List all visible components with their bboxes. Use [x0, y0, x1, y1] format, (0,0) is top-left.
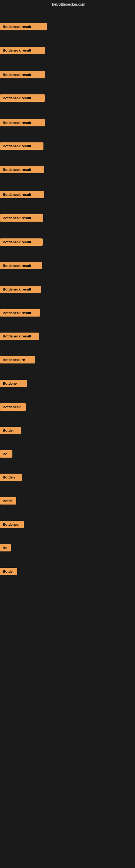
bottleneck-badge-container-23: Bo [0, 544, 11, 553]
bottleneck-badge-19[interactable]: Bo [0, 450, 12, 458]
bottleneck-badge-container-13: Bottleneck result [0, 309, 40, 318]
bottleneck-badge-14[interactable]: Bottleneck result [0, 333, 39, 340]
bottleneck-badge-1[interactable]: Bottleneck result [0, 23, 47, 30]
bottleneck-badge-2[interactable]: Bottleneck result [0, 46, 45, 54]
bottleneck-badge-9[interactable]: Bottleneck result [0, 214, 43, 222]
bottleneck-badge-16[interactable]: Bottlene [0, 380, 27, 387]
bottleneck-badge-5[interactable]: Bottleneck result [0, 119, 45, 126]
bottleneck-badge-7[interactable]: Bottleneck result [0, 166, 44, 173]
bottleneck-badge-container-6: Bottleneck result [0, 143, 43, 151]
bottleneck-badge-18[interactable]: Bottler [0, 427, 21, 434]
bottleneck-badge-15[interactable]: Bottleneck re [0, 356, 35, 364]
bottleneck-badge-container-20: Bottlen [0, 474, 22, 482]
bottleneck-badge-3[interactable]: Bottleneck result [0, 71, 45, 79]
bottleneck-badge-10[interactable]: Bottleneck result [0, 239, 43, 246]
bottleneck-badge-22[interactable]: Bottlenec [0, 521, 24, 528]
bottleneck-badge-container-2: Bottleneck result [0, 46, 45, 55]
bottleneck-badge-11[interactable]: Bottleneck result [0, 262, 42, 269]
bottleneck-badge-container-19: Bo [0, 450, 12, 459]
bottleneck-badge-container-9: Bottleneck result [0, 214, 43, 223]
bottleneck-badge-container-21: Bottle [0, 497, 16, 506]
bottleneck-badge-container-11: Bottleneck result [0, 262, 42, 271]
bottleneck-badge-container-22: Bottlenec [0, 521, 24, 529]
bottleneck-badge-21[interactable]: Bottle [0, 497, 16, 504]
bottleneck-badge-6[interactable]: Bottleneck result [0, 143, 43, 150]
bottleneck-badge-container-4: Bottleneck result [0, 94, 45, 103]
bottleneck-badge-container-7: Bottleneck result [0, 166, 44, 175]
bottleneck-badge-container-1: Bottleneck result [0, 23, 47, 31]
bottleneck-badge-container-12: Bottleneck result [0, 286, 41, 294]
bottleneck-badge-23[interactable]: Bo [0, 544, 11, 552]
bottleneck-badge-container-8: Bottleneck result [0, 191, 44, 199]
bottleneck-badge-container-10: Bottleneck result [0, 239, 43, 247]
bottleneck-badge-container-14: Bottleneck result [0, 333, 39, 341]
site-title: TheBottlenecker.com [0, 0, 135, 8]
bottleneck-badge-24[interactable]: Bottle [0, 568, 17, 575]
bottleneck-badge-20[interactable]: Bottlen [0, 474, 22, 481]
bottleneck-badge-container-3: Bottleneck result [0, 71, 45, 80]
bottleneck-badge-17[interactable]: Bottleneck [0, 403, 26, 411]
bottleneck-badge-container-5: Bottleneck result [0, 119, 45, 127]
bottleneck-badge-8[interactable]: Bottleneck result [0, 191, 44, 198]
bottleneck-badge-container-24: Bottle [0, 568, 17, 576]
bottleneck-badge-container-18: Bottler [0, 427, 21, 435]
bottleneck-badge-12[interactable]: Bottleneck result [0, 286, 41, 293]
bottleneck-badge-container-16: Bottlene [0, 380, 27, 388]
bottleneck-badge-13[interactable]: Bottleneck result [0, 309, 40, 316]
bottleneck-badge-container-17: Bottleneck [0, 403, 26, 412]
bottleneck-badge-container-15: Bottleneck re [0, 356, 35, 365]
bottleneck-badge-4[interactable]: Bottleneck result [0, 94, 45, 102]
